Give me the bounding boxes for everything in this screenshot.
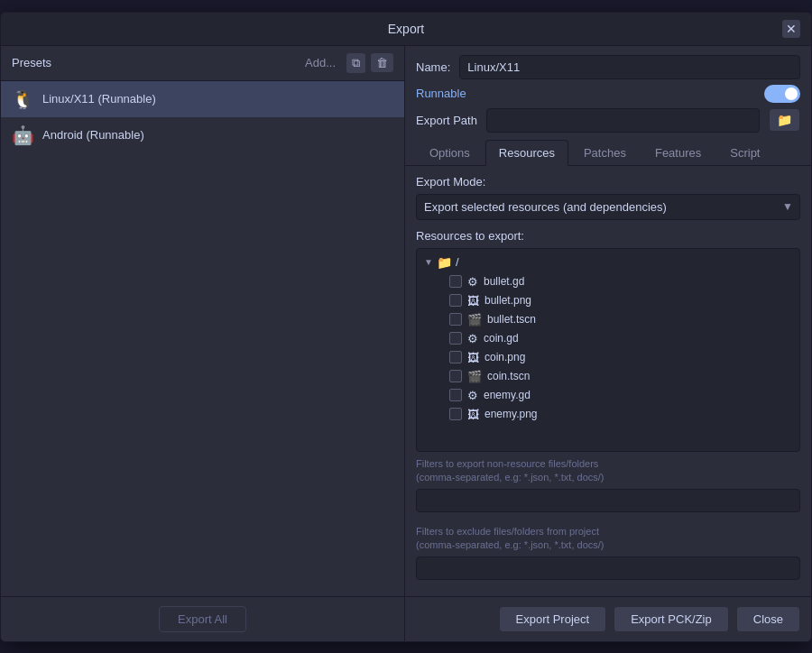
tree-root-label: /: [456, 255, 459, 269]
runnable-row: Runnable: [405, 85, 811, 108]
filter1-section: Filters to export non-resource files/fol…: [416, 457, 800, 520]
tree-root-folder[interactable]: ▼ 📁 /: [417, 253, 799, 272]
tab-patches[interactable]: Patches: [570, 140, 640, 165]
browse-folder-button[interactable]: 📁: [769, 108, 800, 132]
export-mode-label: Export Mode:: [416, 175, 800, 189]
resources-to-export-label: Resources to export:: [416, 229, 800, 243]
close-button[interactable]: Close: [736, 606, 800, 632]
tab-options[interactable]: Options: [416, 140, 484, 165]
dialog-title: Export: [30, 22, 782, 36]
tree-file-name-coin-png: coin.png: [484, 351, 525, 363]
presets-header: Presets Add... ⧉ 🗑: [1, 46, 404, 81]
add-preset-button[interactable]: Add...: [300, 54, 341, 71]
tree-item-enemy-gd[interactable]: ⚙ enemy.gd: [417, 386, 799, 405]
tree-checkbox-enemy-gd[interactable]: [449, 389, 462, 401]
tab-resources[interactable]: Resources: [485, 140, 568, 166]
tree-chevron-icon: ▼: [424, 257, 433, 267]
filter2-section: Filters to exclude files/folders from pr…: [416, 525, 800, 587]
tree-checkbox-coin-png[interactable]: [449, 351, 462, 363]
tree-file-name-bullet-png: bullet.png: [484, 294, 531, 307]
tree-file-name-coin-gd: coin.gd: [484, 332, 519, 345]
duplicate-preset-button[interactable]: ⧉: [346, 53, 365, 73]
tree-item-bullet-gd[interactable]: ⚙ bullet.gd: [417, 272, 799, 291]
android-icon: 🤖: [12, 124, 33, 146]
name-input[interactable]: [459, 55, 800, 79]
delete-preset-button[interactable]: 🗑: [371, 53, 393, 72]
export-dialog: Export ✕ Presets Add... ⧉ 🗑 🐧 Linux/X11 …: [0, 12, 812, 642]
tab-features[interactable]: Features: [641, 140, 715, 165]
gear-icon-coin-gd: ⚙: [467, 332, 478, 345]
tree-item-coin-gd[interactable]: ⚙ coin.gd: [417, 329, 799, 348]
preset-item-label-android: Android (Runnable): [42, 128, 144, 142]
tree-folder-icon: 📁: [437, 255, 452, 270]
preset-item-label-linux: Linux/X11 (Runnable): [42, 92, 156, 106]
tree-file-name-bullet-gd: bullet.gd: [484, 275, 524, 288]
title-bar: Export ✕: [1, 13, 811, 46]
tree-checkbox-enemy-png[interactable]: [449, 408, 462, 420]
tab-script[interactable]: Script: [716, 140, 773, 165]
tree-checkbox-bullet-tscn[interactable]: [449, 313, 462, 326]
preset-item-linux[interactable]: 🐧 Linux/X11 (Runnable): [1, 81, 404, 117]
linux-icon: 🐧: [12, 88, 33, 110]
presets-list: 🐧 Linux/X11 (Runnable) 🤖 Android (Runnab…: [1, 81, 404, 596]
image-icon-enemy-png: 🖼: [467, 408, 479, 421]
resources-tab-content: Export Mode: Export all resources Export…: [405, 166, 811, 596]
export-pck-zip-button[interactable]: Export PCK/Zip: [614, 606, 729, 632]
resources-tree: ▼ 📁 / ⚙ bullet.gd 🖼 bullet.png: [416, 248, 800, 452]
runnable-link[interactable]: Runnable: [416, 87, 466, 100]
tree-item-bullet-tscn[interactable]: 🎬 bullet.tscn: [417, 310, 799, 329]
left-footer: Export All: [1, 596, 404, 641]
gear-icon-enemy-gd: ⚙: [467, 389, 478, 402]
right-footer: Export Project Export PCK/Zip Close: [405, 596, 811, 641]
tree-file-name-enemy-png: enemy.png: [484, 408, 537, 420]
name-row: Name:: [405, 46, 811, 85]
filter2-hint: Filters to exclude files/folders from pr…: [416, 525, 800, 553]
tree-item-enemy-png[interactable]: 🖼 enemy.png: [417, 405, 799, 424]
runnable-toggle[interactable]: [764, 85, 800, 103]
export-mode-select[interactable]: Export all resources Export selected res…: [416, 194, 800, 220]
close-dialog-button[interactable]: ✕: [782, 20, 800, 38]
export-path-input[interactable]: [486, 108, 760, 133]
tree-checkbox-bullet-png[interactable]: [449, 294, 462, 307]
export-project-button[interactable]: Export Project: [499, 606, 607, 632]
tree-item-coin-png[interactable]: 🖼 coin.png: [417, 348, 799, 367]
filter1-input[interactable]: [416, 489, 800, 512]
dialog-body: Presets Add... ⧉ 🗑 🐧 Linux/X11 (Runnable…: [1, 46, 811, 641]
preset-item-android[interactable]: 🤖 Android (Runnable): [1, 117, 404, 153]
tree-file-name-coin-tscn: coin.tscn: [487, 370, 530, 382]
tree-checkbox-coin-gd[interactable]: [449, 332, 462, 345]
name-label: Name:: [416, 60, 450, 74]
export-path-row: Export Path 📁: [405, 108, 811, 140]
export-path-label: Export Path: [416, 114, 477, 127]
export-mode-wrapper: Export all resources Export selected res…: [416, 194, 800, 220]
tree-file-name-enemy-gd: enemy.gd: [484, 389, 531, 401]
scene-icon-bullet-tscn: 🎬: [467, 313, 482, 326]
presets-actions: Add... ⧉ 🗑: [300, 53, 393, 73]
scene-icon-coin-tscn: 🎬: [467, 370, 482, 383]
presets-label: Presets: [12, 56, 51, 69]
gear-icon-bullet-gd: ⚙: [467, 275, 478, 289]
export-all-button[interactable]: Export All: [159, 606, 246, 632]
image-icon-coin-png: 🖼: [467, 351, 479, 364]
tree-file-name-bullet-tscn: bullet.tscn: [487, 313, 536, 326]
filter2-input[interactable]: [416, 556, 800, 580]
tree-checkbox-bullet-gd[interactable]: [449, 275, 462, 288]
right-panel: Name: Runnable Export Path 📁 Options Res…: [405, 46, 811, 641]
left-panel: Presets Add... ⧉ 🗑 🐧 Linux/X11 (Runnable…: [1, 46, 405, 641]
filter1-hint: Filters to export non-resource files/fol…: [416, 457, 800, 485]
tree-checkbox-coin-tscn[interactable]: [449, 370, 462, 382]
tree-item-coin-tscn[interactable]: 🎬 coin.tscn: [417, 367, 799, 386]
tree-item-bullet-png[interactable]: 🖼 bullet.png: [417, 291, 799, 310]
tabs-row: Options Resources Patches Features Scrip…: [405, 140, 811, 166]
image-icon-bullet-png: 🖼: [467, 294, 479, 308]
